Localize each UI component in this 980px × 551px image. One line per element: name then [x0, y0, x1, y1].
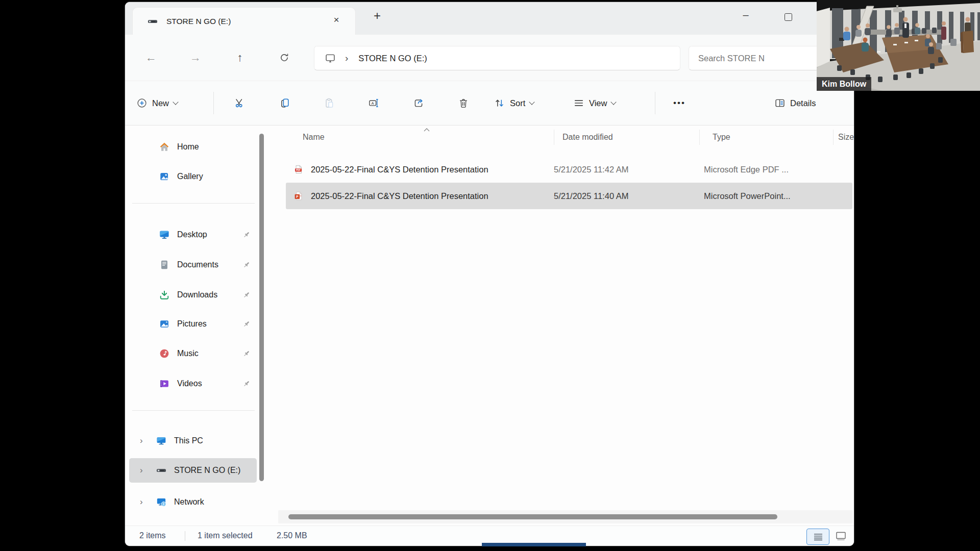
details-label: Details [790, 98, 816, 108]
share-button[interactable] [405, 81, 432, 125]
desktop-icon [159, 229, 170, 240]
sidebar-item-pictures[interactable]: Pictures [129, 312, 257, 336]
column-divider[interactable] [699, 130, 700, 145]
sidebar-item-label: Downloads [177, 290, 217, 299]
documents-icon [159, 259, 170, 270]
refresh-button[interactable] [273, 35, 296, 81]
sidebar-scrollbar[interactable] [259, 134, 264, 481]
column-header-date-modified[interactable]: Date modified [562, 124, 613, 150]
new-tab-button[interactable]: + [370, 9, 384, 23]
music-icon [159, 348, 170, 359]
gallery-icon [159, 171, 170, 182]
pictures-icon [159, 318, 170, 330]
sidebar-item-home[interactable]: Home [129, 135, 257, 159]
share-icon [413, 97, 424, 109]
horizontal-scrollbar-thumb[interactable] [288, 514, 777, 519]
file-type: Microsoft Edge PDF ... [704, 165, 852, 174]
file-name: 2025-05-22-Final C&YS Detention Presenta… [311, 191, 554, 201]
column-header-type[interactable]: Type [713, 124, 730, 150]
copy-icon [279, 97, 290, 109]
sidebar-item-label: Desktop [177, 230, 207, 239]
usb-drive-icon [147, 16, 158, 27]
tab-close-button[interactable]: × [330, 14, 343, 26]
sort-icon [494, 97, 505, 109]
sidebar-item-gallery[interactable]: Gallery [129, 164, 257, 189]
column-header-name[interactable]: Name [303, 124, 325, 150]
pin-icon [242, 291, 251, 299]
refresh-icon [279, 52, 290, 63]
up-button[interactable]: ↑ [228, 35, 252, 81]
sidebar-divider [132, 203, 255, 204]
address-bar[interactable]: › STORE N GO (E:) [314, 46, 680, 70]
svg-text:PDF: PDF [296, 169, 301, 171]
rename-button[interactable]: A [360, 81, 387, 125]
file-date-modified: 5/21/2025 11:40 AM [554, 191, 704, 201]
sidebar-item-label: Network [174, 497, 204, 507]
column-header-size[interactable]: Size [838, 124, 854, 150]
pin-icon [242, 231, 251, 239]
column-divider[interactable] [833, 130, 834, 145]
column-divider[interactable] [554, 130, 554, 145]
view-button[interactable]: View [573, 81, 616, 125]
status-divider [185, 531, 185, 541]
forward-button[interactable]: → [184, 35, 207, 81]
delete-button[interactable] [450, 81, 477, 125]
trash-icon [458, 97, 469, 109]
view-icon [573, 97, 584, 109]
new-label: New [152, 98, 169, 108]
selection-size: 2.50 MB [277, 526, 307, 545]
sidebar-item-downloads[interactable]: Downloads [129, 283, 257, 307]
back-button[interactable]: ← [139, 35, 163, 81]
chevron-right-icon[interactable]: › [140, 436, 148, 446]
file-type: Microsoft PowerPoint... [704, 191, 852, 201]
sidebar-item-this-pc[interactable]: › This PC [129, 429, 257, 453]
chevron-down-icon [529, 99, 535, 105]
large-icons-view-toggle[interactable] [834, 530, 849, 543]
sidebar-divider [132, 410, 255, 411]
sidebar-item-documents[interactable]: Documents [129, 253, 257, 277]
cut-icon [234, 97, 246, 109]
usb-drive-icon [156, 465, 167, 476]
new-button[interactable]: New [136, 81, 178, 125]
sidebar-item-videos[interactable]: Videos [129, 371, 257, 396]
home-icon [159, 141, 170, 153]
maximize-button[interactable] [785, 13, 792, 21]
sidebar-item-label: Home [177, 142, 199, 152]
pin-icon [242, 349, 251, 358]
search-placeholder: Search STORE N [698, 54, 765, 63]
minimize-button[interactable]: – [736, 9, 756, 21]
toolbar-divider [655, 92, 655, 114]
sort-ascending-icon [423, 125, 430, 134]
navigation-bar: ← → ↑ › STORE N GO (E:) Search STORE N [125, 35, 854, 81]
details-view-toggle[interactable] [806, 529, 829, 545]
powerpoint-file-icon: P [293, 191, 304, 201]
cut-button[interactable] [227, 81, 253, 125]
list-view-icon [812, 532, 824, 542]
chevron-right-icon[interactable]: › [140, 465, 148, 475]
sidebar-item-label: STORE N GO (E:) [174, 466, 240, 475]
svg-text:A: A [372, 101, 375, 106]
sort-button[interactable]: Sort [494, 81, 534, 125]
this-pc-monitor-icon [156, 435, 167, 446]
sidebar-item-desktop[interactable]: Desktop [129, 222, 257, 247]
sidebar-item-network[interactable]: › Network [129, 490, 257, 514]
pin-icon [242, 261, 251, 269]
file-row-pdf[interactable]: PDF 2025-05-22-Final C&YS Detention Pres… [286, 156, 852, 183]
video-progress-segment[interactable] [482, 543, 586, 546]
sidebar-item-label: Music [177, 349, 199, 358]
file-row-powerpoint[interactable]: P 2025-05-22-Final C&YS Detention Presen… [286, 183, 852, 209]
sidebar-item-label: Pictures [177, 319, 207, 329]
copy-button[interactable] [272, 81, 298, 125]
see-more-button[interactable]: ••• [666, 81, 693, 125]
details-pane-button[interactable]: Details [774, 81, 816, 125]
sidebar-item-music[interactable]: Music [129, 341, 257, 366]
chevron-down-icon [611, 99, 617, 105]
tab-store-n-go[interactable]: STORE N GO (E:) × [132, 7, 356, 35]
view-label: View [589, 98, 607, 108]
thumbnail-view-icon [836, 531, 847, 541]
chevron-right-icon[interactable]: › [140, 497, 148, 507]
breadcrumb[interactable]: STORE N GO (E:) [358, 54, 427, 63]
paste-button[interactable] [316, 81, 342, 125]
sidebar-item-store-n-go[interactable]: › STORE N GO (E:) [129, 458, 257, 483]
command-toolbar: New A Sort [125, 81, 854, 126]
